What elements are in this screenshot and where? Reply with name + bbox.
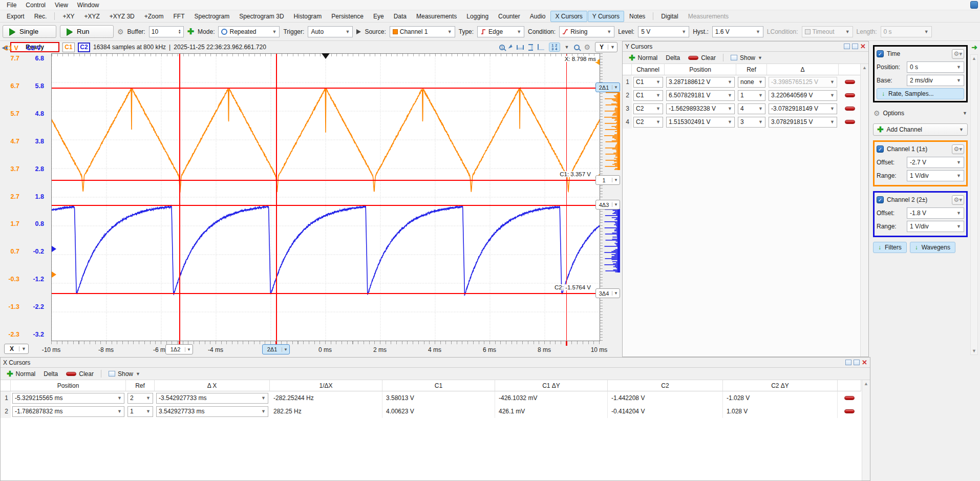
channel-grid-button[interactable]: 1234 — [549, 43, 560, 52]
add-channel-button[interactable]: ✚ Add Channel ▼ — [873, 123, 968, 136]
channel1-badge[interactable]: C1 — [62, 43, 75, 52]
tab-zoom[interactable]: +Zoom — [140, 11, 168, 22]
tab-data[interactable]: Data — [389, 11, 411, 22]
position-dropdown[interactable]: -1.5629893238 V▼ — [666, 103, 735, 114]
horizontal-ruler-icon[interactable] — [517, 45, 524, 50]
tab-spectrogram[interactable]: Spectrogram — [189, 11, 234, 22]
y-cursor-button-2[interactable]: 2Δ1▼ — [595, 82, 620, 92]
y-cursor-line-1[interactable] — [52, 180, 600, 181]
mode-dropdown[interactable]: Repeated▼ — [218, 26, 280, 37]
table-scrollbar[interactable]: ▲ — [860, 64, 868, 357]
ref-dropdown[interactable]: 3▼ — [738, 117, 765, 128]
zoom-overview-icon[interactable] — [574, 45, 580, 50]
remove-cursor-button[interactable] — [845, 80, 855, 84]
tab-measurements[interactable]: Measurements — [684, 11, 733, 22]
position-dropdown[interactable]: -1.786287832 ms▼ — [12, 406, 124, 417]
tab-digital[interactable]: Digital — [656, 11, 683, 22]
channel1-range-dropdown[interactable]: 1 V/div▼ — [907, 170, 964, 181]
tab-y-cursors[interactable]: Y Cursors — [588, 11, 624, 22]
time-gear-button[interactable]: ⚙▾ — [952, 49, 964, 59]
tab-eye[interactable]: Eye — [369, 11, 389, 22]
clear-cursors-button[interactable]: Clear — [62, 369, 97, 379]
channel1-checkbox[interactable]: ✓ — [877, 145, 884, 153]
scroll-up-icon[interactable]: ▲ — [862, 65, 867, 357]
delta-dropdown[interactable]: 3.220640569 V▼ — [769, 90, 837, 101]
y-cursor-line-2[interactable] — [52, 88, 600, 89]
dx-dropdown[interactable]: 3.542927733 ms▼ — [156, 406, 268, 417]
channel-dropdown[interactable]: C2▼ — [633, 103, 663, 114]
close-icon[interactable]: ✕ — [860, 44, 866, 49]
maximize-icon[interactable] — [854, 360, 860, 365]
scroll-up-icon[interactable]: ▲ — [971, 56, 977, 61]
waveform-plot[interactable]: X: 8.798 ms C1: 3.357 V C2: -1.5764 V — [51, 53, 600, 341]
spinner-arrows-icon[interactable]: ▲▼ — [178, 29, 181, 34]
y-axis-button[interactable]: Y▼ — [595, 42, 617, 52]
c2-zero-marker[interactable] — [52, 246, 56, 252]
add-mode-icon[interactable]: ✚ — [187, 27, 194, 36]
channel2-offset-dropdown[interactable]: -1.8 V▼ — [907, 207, 964, 219]
buffer-spinner[interactable]: 10▲▼ — [149, 26, 184, 37]
trigger-mode-dropdown[interactable]: Auto▼ — [308, 26, 353, 37]
expand-arrow-icon[interactable]: ➜ — [971, 43, 977, 51]
restore-icon[interactable] — [845, 360, 851, 365]
maximize-icon[interactable] — [852, 44, 858, 49]
tab-logging[interactable]: Logging — [462, 11, 493, 22]
channel-dropdown[interactable]: C1▼ — [633, 90, 663, 101]
wavegens-button[interactable]: ↓Wavegens — [910, 242, 955, 253]
add-normal-cursor-button[interactable]: ✚Normal — [3, 369, 39, 379]
delta-dropdown[interactable]: 3.078291815 V▼ — [769, 117, 837, 128]
tab-xyz-3d[interactable]: +XYZ 3D — [105, 11, 139, 22]
filters-button[interactable]: ↓Filters — [873, 242, 907, 253]
position-dropdown[interactable]: 3.287188612 V▼ — [666, 77, 735, 88]
menu-view[interactable]: View — [50, 1, 73, 10]
x-cursor-line-1[interactable] — [179, 54, 180, 341]
show-menu-button[interactable]: Show▼ — [105, 369, 144, 379]
source-dropdown[interactable]: Channel 1▼ — [390, 26, 455, 37]
x-axis-selector-button[interactable]: X▼ — [4, 344, 29, 354]
remove-cursor-button[interactable] — [845, 107, 855, 111]
y-cursor-button-4[interactable]: 4Δ3▼ — [595, 200, 620, 210]
pointer-tool-icon[interactable] — [508, 44, 513, 50]
menu-control[interactable]: Control — [21, 1, 50, 10]
channel-dropdown[interactable]: C1▼ — [633, 77, 663, 88]
x-cursor-line-2[interactable] — [276, 54, 277, 341]
tab-notes[interactable]: Notes — [625, 11, 650, 22]
menu-file[interactable]: File — [2, 1, 21, 10]
position-dropdown[interactable]: -5.329215565 ms▼ — [12, 393, 124, 404]
position-dropdown[interactable]: 1.515302491 V▼ — [666, 117, 735, 128]
buffer-gear-icon[interactable]: ⚙ — [117, 28, 124, 36]
tab-rec[interactable]: Rec. — [30, 11, 52, 22]
corner-ruler-icon[interactable] — [538, 44, 544, 50]
time-position-dropdown[interactable]: 0 s▼ — [907, 61, 964, 73]
tab-persistence[interactable]: Persistence — [327, 11, 368, 22]
clear-cursors-button[interactable]: Clear — [685, 53, 719, 62]
tab-audio[interactable]: Audio — [525, 11, 550, 22]
tab-export[interactable]: Export — [2, 11, 29, 22]
add-delta-cursor-button[interactable]: Delta — [662, 53, 684, 62]
tab-histogram[interactable]: Histogram — [289, 11, 327, 22]
lcondition-dropdown[interactable]: Timeout▼ — [802, 26, 853, 37]
remove-cursor-button[interactable] — [845, 93, 855, 97]
trigger-position-marker[interactable] — [322, 53, 330, 59]
ref-dropdown[interactable]: 4▼ — [738, 103, 765, 114]
table-scrollbar[interactable]: ▲ — [862, 380, 870, 480]
scroll-down-icon[interactable]: ▼ — [971, 348, 977, 353]
x-cursor-button-2[interactable]: 2Δ1▼ — [262, 344, 290, 354]
length-dropdown[interactable]: 0 s▼ — [881, 26, 932, 37]
delta-dropdown[interactable]: -3.0782918149 V▼ — [769, 103, 837, 114]
zoom-one-icon[interactable]: 1 — [499, 45, 505, 50]
rate-samples-button[interactable]: ↓Rate, Samples... — [877, 88, 964, 99]
y-cursor-button-1[interactable]: 1▼ — [595, 175, 620, 185]
tab-measurements[interactable]: Measurements — [412, 11, 461, 22]
y-cursor-button-3[interactable]: 3Δ4▼ — [595, 288, 620, 298]
channel2-checkbox[interactable]: ✓ — [877, 196, 884, 203]
add-delta-cursor-button[interactable]: Delta — [40, 369, 61, 379]
time-checkbox[interactable]: ✓ — [877, 50, 884, 57]
y-cursor-line-3[interactable] — [52, 293, 600, 294]
tab-xy[interactable]: +XY — [58, 11, 79, 22]
x-cursor-button-1[interactable]: 1Δ2▼ — [165, 344, 193, 354]
type-dropdown[interactable]: Edge▼ — [477, 26, 524, 37]
channel2-range-dropdown[interactable]: 1 V/div▼ — [907, 221, 964, 232]
x-cursor-line-3[interactable] — [566, 54, 567, 341]
scroll-up-icon[interactable]: ▲ — [864, 381, 868, 480]
